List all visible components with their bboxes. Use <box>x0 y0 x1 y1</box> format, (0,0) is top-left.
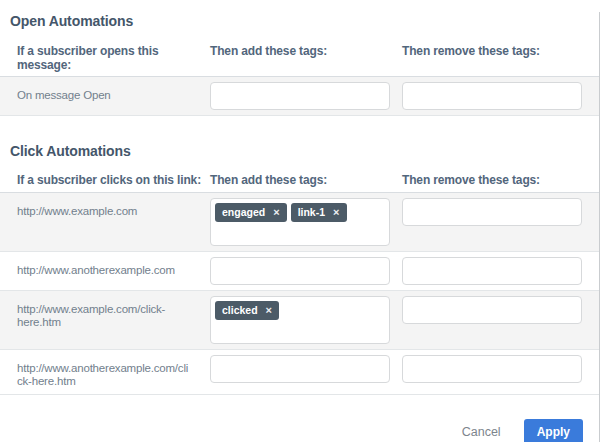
open-table-header: If a subscriber opens this message: Then… <box>0 45 599 77</box>
cancel-button[interactable]: Cancel <box>460 421 503 442</box>
open-column-header-trigger: If a subscriber opens this message: <box>0 45 210 72</box>
remove-tags-input[interactable] <box>402 198 582 226</box>
automation-row: http://www.example.com/click-here.htmcli… <box>0 291 599 350</box>
add-tags-input[interactable] <box>210 257 390 285</box>
trigger-label: http://www.anotherexample.com/click-here… <box>0 355 210 389</box>
open-table-body: On message Open <box>0 77 599 116</box>
click-automations-section: Click Automations If a subscriber clicks… <box>0 142 599 395</box>
trigger-label: On message Open <box>0 82 210 103</box>
click-column-header-add-tags: Then add these tags: <box>210 174 390 188</box>
tag-label: link-1 <box>298 207 325 218</box>
click-column-header-remove-tags: Then remove these tags: <box>402 174 582 188</box>
click-table-body: http://www.example.comengaged×link-1×htt… <box>0 193 599 395</box>
remove-tags-input[interactable] <box>402 257 582 285</box>
open-automations-section: Open Automations If a subscriber opens t… <box>0 12 599 116</box>
automations-panel: Open Automations If a subscriber opens t… <box>0 12 600 442</box>
click-column-header-trigger: If a subscriber clicks on this link: <box>0 174 210 188</box>
click-table-header: If a subscriber clicks on this link: The… <box>0 174 599 193</box>
tag-pill: engaged× <box>215 203 287 222</box>
add-tags-input[interactable] <box>210 355 390 383</box>
tag-label: clicked <box>222 305 258 316</box>
add-tags-input[interactable] <box>210 82 390 110</box>
open-section-title: Open Automations <box>10 12 599 30</box>
remove-tags-input[interactable] <box>402 82 582 110</box>
remove-tags-input[interactable] <box>402 355 582 383</box>
tag-pill: clicked× <box>215 301 279 320</box>
tag-label: engaged <box>222 207 265 218</box>
automation-row: http://www.anotherexample.com/click-here… <box>0 350 599 395</box>
automation-row: http://www.example.comengaged×link-1× <box>0 193 599 252</box>
trigger-label: http://www.example.com <box>0 198 210 219</box>
tag-remove-icon[interactable]: × <box>273 207 279 218</box>
remove-tags-input[interactable] <box>402 296 582 324</box>
tag-remove-icon[interactable]: × <box>266 305 272 316</box>
trigger-label: http://www.anotherexample.com <box>0 257 210 278</box>
automation-row: http://www.anotherexample.com <box>0 252 599 291</box>
add-tags-input[interactable]: clicked× <box>210 296 390 344</box>
click-section-title: Click Automations <box>10 142 599 160</box>
tag-pill: link-1× <box>291 203 347 222</box>
automation-row: On message Open <box>0 77 599 116</box>
trigger-label: http://www.example.com/click-here.htm <box>0 296 210 330</box>
open-column-header-add-tags: Then add these tags: <box>210 45 390 59</box>
footer-actions: Cancel Apply <box>0 395 599 442</box>
apply-button[interactable]: Apply <box>524 419 583 442</box>
open-column-header-remove-tags: Then remove these tags: <box>402 45 582 59</box>
add-tags-input[interactable]: engaged×link-1× <box>210 198 390 246</box>
tag-remove-icon[interactable]: × <box>333 207 339 218</box>
